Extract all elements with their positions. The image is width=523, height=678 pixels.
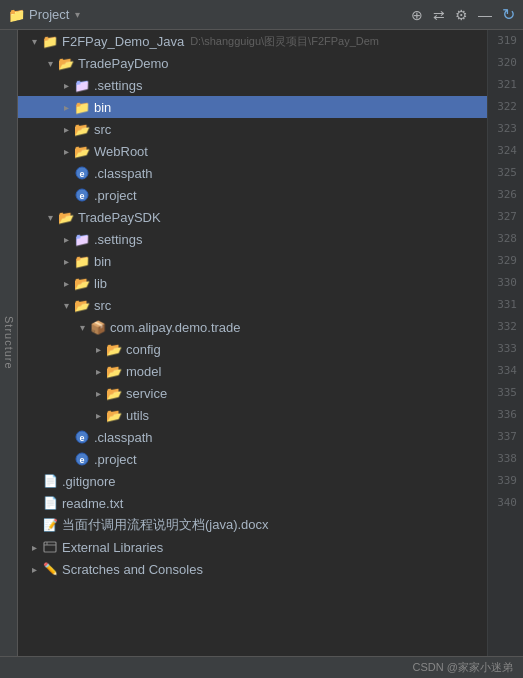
folder-yellow-icon: 📂 — [58, 209, 74, 225]
line-numbers: 3193203213223233243253263273283293303313… — [487, 30, 523, 656]
tree-arrow[interactable]: ▸ — [90, 366, 106, 377]
tree-item-label: com.alipay.demo.trade — [110, 320, 241, 335]
line-number: 339 — [488, 470, 523, 492]
tree-item[interactable]: ▸📂service — [18, 382, 487, 404]
tree-item[interactable]: ▸✏️Scratches and Consoles — [18, 558, 487, 580]
line-number: 322 — [488, 96, 523, 118]
folder-yellow-icon: 📂 — [106, 407, 122, 423]
tree-arrow[interactable]: ▸ — [58, 234, 74, 245]
tree-item[interactable]: ▸📂config — [18, 338, 487, 360]
gear-icon[interactable]: ⚙ — [455, 7, 468, 23]
toolbar-icons: ⊕ ⇄ ⚙ — ↻ — [411, 5, 515, 24]
tree-item-label: 当面付调用流程说明文档(java).docx — [62, 516, 269, 534]
tree-item-label: TradePaySDK — [78, 210, 161, 225]
line-number: 328 — [488, 228, 523, 250]
tree-item-label: src — [94, 122, 111, 137]
tree-item[interactable]: ▸📂model — [18, 360, 487, 382]
line-number: 329 — [488, 250, 523, 272]
folder-blue-icon: 📁 — [74, 77, 90, 93]
tree-arrow[interactable]: ▸ — [90, 388, 106, 399]
tree-item[interactable]: ▸📁bin — [18, 250, 487, 272]
globe-icon[interactable]: ⊕ — [411, 7, 423, 23]
tree-item[interactable]: e.project — [18, 448, 487, 470]
line-number: 337 — [488, 426, 523, 448]
tree-item[interactable]: 📄readme.txt — [18, 492, 487, 514]
tree-item[interactable]: ▸📁.settings — [18, 74, 487, 96]
line-number: 321 — [488, 74, 523, 96]
folder-package-icon: 📦 — [90, 319, 106, 335]
project-tree[interactable]: ▾📁F2FPay_Demo_JavaD:\shangguigu\图灵项目\F2F… — [18, 30, 487, 656]
folder-yellow-icon: 📂 — [106, 385, 122, 401]
tree-item[interactable]: e.classpath — [18, 426, 487, 448]
tree-item[interactable]: ▸External Libraries — [18, 536, 487, 558]
tree-arrow[interactable]: ▸ — [26, 564, 42, 575]
dropdown-arrow[interactable]: ▾ — [75, 9, 80, 20]
tree-item[interactable]: ▸📂src — [18, 118, 487, 140]
tree-arrow[interactable]: ▾ — [74, 322, 90, 333]
tree-item[interactable]: ▾📂src — [18, 294, 487, 316]
tree-arrow[interactable]: ▸ — [58, 102, 74, 113]
tree-arrow[interactable]: ▸ — [58, 80, 74, 91]
tree-item-label: .project — [94, 188, 137, 203]
tree-arrow[interactable]: ▾ — [26, 36, 42, 47]
folder-orange-icon: 📁 — [74, 253, 90, 269]
scratch-icon: ✏️ — [42, 561, 58, 577]
tree-arrow[interactable]: ▾ — [42, 212, 58, 223]
classpath-icon: e — [74, 429, 90, 445]
project-icon: e — [74, 187, 90, 203]
tree-item[interactable]: ▸📂utils — [18, 404, 487, 426]
tree-arrow[interactable]: ▸ — [58, 256, 74, 267]
tree-item[interactable]: ▾📁F2FPay_Demo_JavaD:\shangguigu\图灵项目\F2F… — [18, 30, 487, 52]
svg-text:e: e — [79, 433, 84, 443]
ext-lib-icon — [42, 539, 58, 555]
tree-item[interactable]: e.classpath — [18, 162, 487, 184]
tree-item-label: .project — [94, 452, 137, 467]
tree-arrow[interactable]: ▸ — [58, 146, 74, 157]
tree-item-label: service — [126, 386, 167, 401]
line-number: 319 — [488, 30, 523, 52]
structure-tab[interactable]: Structure — [0, 30, 18, 656]
tree-item-label: model — [126, 364, 161, 379]
line-number: 340 — [488, 492, 523, 514]
tree-arrow[interactable]: ▸ — [90, 344, 106, 355]
tree-item[interactable]: ▸📂lib — [18, 272, 487, 294]
tree-arrow[interactable]: ▸ — [26, 542, 42, 553]
line-number: 334 — [488, 360, 523, 382]
tree-item-label: lib — [94, 276, 107, 291]
split-icon[interactable]: ⇄ — [433, 7, 445, 23]
tree-item[interactable]: ▸📁.settings — [18, 228, 487, 250]
tree-item[interactable]: ▾📂TradePaySDK — [18, 206, 487, 228]
project-title: 📁 Project ▾ — [8, 7, 80, 23]
tree-item[interactable]: ▾📦com.alipay.demo.trade — [18, 316, 487, 338]
folder-icon: 📁 — [8, 7, 25, 23]
project-label: Project — [29, 7, 69, 22]
tree-arrow[interactable]: ▸ — [58, 124, 74, 135]
tree-item[interactable]: ▸📂WebRoot — [18, 140, 487, 162]
line-number: 330 — [488, 272, 523, 294]
tree-item[interactable]: 📄.gitignore — [18, 470, 487, 492]
docx-icon: 📝 — [42, 517, 58, 533]
line-number: 325 — [488, 162, 523, 184]
folder-yellow-icon: 📂 — [74, 121, 90, 137]
tree-item[interactable]: ▾📂TradePayDemo — [18, 52, 487, 74]
folder-yellow-icon: 📂 — [58, 55, 74, 71]
line-number: 324 — [488, 140, 523, 162]
refresh-icon[interactable]: ↻ — [502, 5, 515, 24]
svg-text:e: e — [79, 191, 84, 201]
tree-arrow[interactable]: ▸ — [58, 278, 74, 289]
tree-item[interactable]: ▸📁bin — [18, 96, 487, 118]
folder-yellow-icon: 📂 — [74, 143, 90, 159]
tree-arrow[interactable]: ▾ — [42, 58, 58, 69]
tree-item-label: .settings — [94, 78, 142, 93]
tree-arrow[interactable]: ▸ — [90, 410, 106, 421]
classpath-icon: e — [74, 165, 90, 181]
main-content: Structure ▾📁F2FPay_Demo_JavaD:\shangguig… — [0, 30, 523, 656]
line-number: 335 — [488, 382, 523, 404]
folder-orange-icon: 📁 — [74, 99, 90, 115]
tree-item-label: bin — [94, 254, 111, 269]
folder-yellow-icon: 📂 — [74, 297, 90, 313]
minimize-icon[interactable]: — — [478, 7, 492, 23]
tree-item[interactable]: 📝当面付调用流程说明文档(java).docx — [18, 514, 487, 536]
tree-arrow[interactable]: ▾ — [58, 300, 74, 311]
tree-item[interactable]: e.project — [18, 184, 487, 206]
